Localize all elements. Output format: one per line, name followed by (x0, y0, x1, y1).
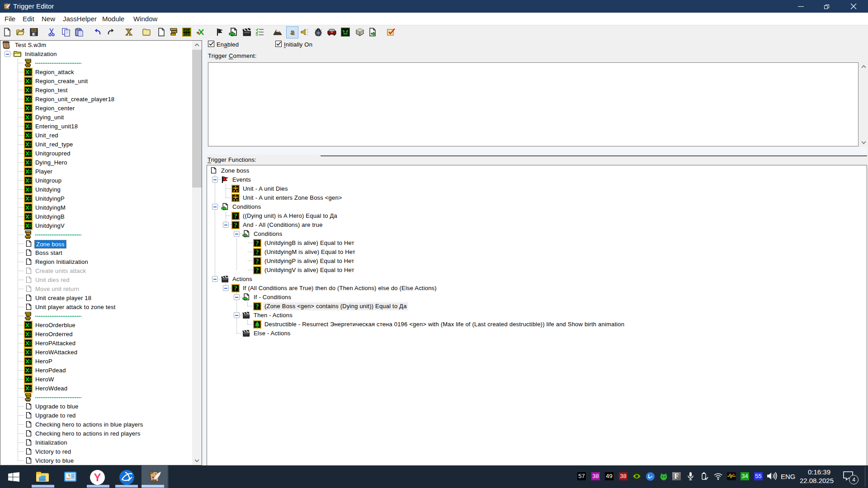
svg-text:X: X (125, 28, 132, 37)
svg-text:a: a (291, 28, 295, 37)
svg-text:Y: Y (94, 471, 101, 483)
svg-text:0101: 0101 (183, 33, 191, 36)
